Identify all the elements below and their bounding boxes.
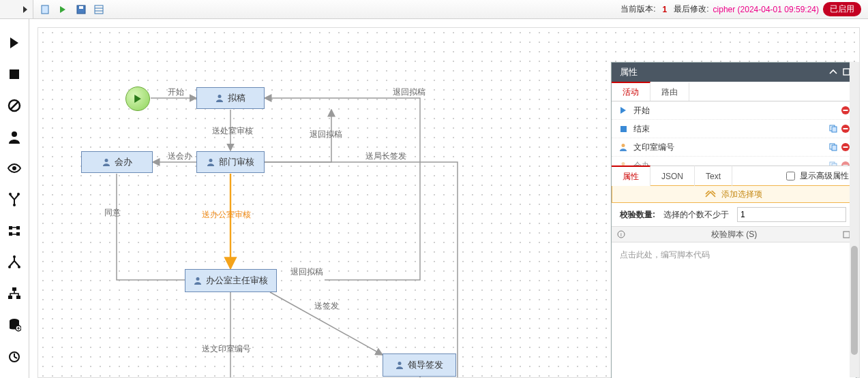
sidebar-toggle[interactable] [0,0,33,18]
tool-person[interactable] [7,129,22,144]
advanced-checkbox-label: 显示高级属性 [800,170,849,182]
delete-icon[interactable] [841,142,850,152]
svg-rect-58 [843,232,850,238]
svg-text:i: i [620,232,622,238]
panel-header[interactable]: 属性 [612,63,856,82]
node-draft-label: 拟稿 [228,92,245,104]
person-icon [618,142,628,152]
svg-rect-48 [832,145,837,151]
svg-rect-21 [12,287,16,291]
svg-point-10 [12,166,16,170]
list-item[interactable]: 结束 [612,120,856,138]
info-icon[interactable]: i [617,230,625,238]
deploy-button[interactable] [58,4,69,15]
save-button[interactable] [76,4,87,15]
node-leader-sign[interactable]: 领导签发 [383,353,456,377]
node-dept-review[interactable]: 部门审核 [196,151,265,173]
stop-icon [618,124,628,133]
top-toolbar: 当前版本: 1 最后修改: cipher (2024-04-01 09:59:2… [0,0,868,19]
tool-timer[interactable] [7,349,22,364]
svg-line-8 [10,101,18,110]
svg-rect-43 [832,127,837,132]
tool-stop[interactable] [7,67,22,82]
svg-point-9 [12,131,17,137]
svg-point-18 [13,255,16,258]
edge-bureau: 送局长签发 [365,151,406,161]
svg-rect-14 [9,226,12,230]
node-draft[interactable]: 拟稿 [196,87,265,109]
person-icon [102,158,110,166]
tab-activity[interactable]: 活动 [612,82,650,101]
svg-point-37 [398,362,402,365]
edge-agree: 同意 [104,208,121,217]
svg-rect-15 [16,226,20,230]
validate-count-input[interactable] [737,207,846,222]
tool-org[interactable] [7,286,22,301]
svg-point-19 [8,266,11,268]
node-office-review[interactable]: 办公室主任审核 [185,269,277,292]
edge-dept-meeting: 送会办 [168,151,192,161]
play-icon [134,95,142,103]
topbar-status: 当前版本: 1 最后修改: cipher (2024-04-01 09:59:2… [620,2,868,16]
tool-fork[interactable] [7,255,22,270]
list-item[interactable]: 会办 [612,157,856,166]
svg-rect-6 [10,69,19,79]
add-option-label: 添加选择项 [721,189,762,200]
modified-label: 最后修改: [674,3,708,15]
svg-point-33 [218,95,222,98]
list-item[interactable]: 开始 [612,101,856,120]
copy-icon[interactable] [828,124,838,133]
subtab-text[interactable]: Text [695,166,732,186]
properties-panel: 属性 活动 路由 开始 [611,62,856,378]
svg-rect-38 [843,69,850,75]
new-doc-button[interactable] [40,4,51,15]
svg-point-20 [18,266,20,268]
edge-return-mid: 退回拟稿 [310,129,342,139]
svg-point-12 [17,193,20,195]
flow-canvas[interactable]: 开始 送处室审核 送会办 同意 送办公室审核 退回拟稿 [38,27,860,378]
list-item-label: 开始 [633,105,650,116]
scrollbar-thumb[interactable] [851,246,858,355]
tool-merge[interactable] [7,192,22,207]
delete-icon[interactable] [841,106,850,115]
delete-icon[interactable] [841,161,850,166]
person-icon [207,158,215,166]
list-item-label: 文印室编号 [633,142,674,153]
tool-db[interactable] [7,317,22,332]
status-badge: 已启用 [823,2,861,16]
tool-forbid[interactable] [7,98,22,113]
edge-dept-office: 送办公室审核 [202,210,251,219]
advanced-checkbox-input[interactable] [786,172,795,180]
list-item-label: 结束 [633,123,650,135]
script-title: 校验脚本 (S) [625,229,843,240]
tool-bracket[interactable] [7,223,22,238]
copy-icon[interactable] [828,161,838,166]
add-option-button[interactable]: 添加选择项 [612,185,856,203]
svg-point-35 [209,159,213,162]
collapse-icon[interactable] [829,68,837,76]
sub-tabs: 属性 JSON Text 显示高级属性 [612,166,856,186]
delete-icon[interactable] [841,124,850,133]
layout-button[interactable] [93,4,104,15]
canvas-area[interactable]: 开始 送处室审核 送会办 同意 送办公室审核 退回拟稿 [29,19,868,378]
svg-rect-3 [95,5,103,14]
subtab-json[interactable]: JSON [650,166,695,186]
advanced-checkbox[interactable]: 显示高级属性 [783,170,856,183]
svg-rect-40 [843,110,848,111]
script-editor[interactable]: 点击此处，编写脚本代码 [612,242,856,378]
tool-play[interactable] [7,35,22,50]
panel-title: 属性 [620,66,638,78]
copy-icon[interactable] [828,142,838,152]
svg-point-36 [196,277,200,281]
subtab-props[interactable]: 属性 [612,166,650,186]
tab-route[interactable]: 路由 [650,82,689,101]
svg-rect-0 [42,5,48,14]
right-scrollbar[interactable] [850,62,859,377]
node-meeting[interactable]: 会办 [81,151,153,173]
svg-rect-41 [620,126,627,132]
edge-office-return: 退回拟稿 [290,267,323,277]
tool-eye[interactable] [7,161,22,176]
list-item[interactable]: 文印室编号 [612,138,856,157]
start-node[interactable] [125,86,150,111]
edge-office-leader: 送签发 [314,301,339,311]
